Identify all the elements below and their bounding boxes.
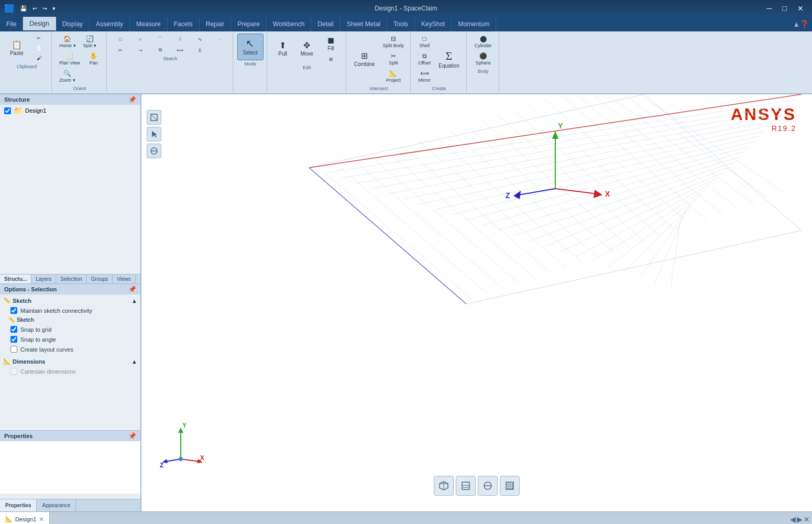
maintain-connectivity-item[interactable]: Maintain sketch connectivity xyxy=(0,305,140,315)
snap-to-grid-checkbox[interactable] xyxy=(10,326,17,333)
display-mode-btn[interactable] xyxy=(434,476,454,496)
sketch-point-btn[interactable]: · xyxy=(211,35,229,44)
render-mode-btn[interactable] xyxy=(456,476,476,496)
dimensions-section-header[interactable]: 📐 Dimensions ▲ xyxy=(0,356,140,366)
split-body-btn[interactable]: ⊟ Split Body xyxy=(380,34,408,50)
menu-sheetmetal[interactable]: Sheet Metal xyxy=(341,17,387,31)
vp-select-btn[interactable] xyxy=(147,127,161,141)
structure-pin-icon[interactable]: 📌 xyxy=(128,96,136,103)
menu-display[interactable]: Display xyxy=(56,17,90,31)
tab-views[interactable]: Views xyxy=(113,275,136,283)
minimize-btn[interactable]: ─ xyxy=(763,3,776,14)
offset-icon: ⧉ xyxy=(422,53,427,59)
snap-to-angle-checkbox[interactable] xyxy=(10,336,17,343)
create-layout-curves-item[interactable]: Create layout curves xyxy=(0,344,140,354)
sketch-circle-btn[interactable]: ○ xyxy=(131,35,150,44)
shell-btn[interactable]: □ Shell xyxy=(415,34,434,50)
sketch-arc-btn[interactable]: ⌒ xyxy=(151,34,170,45)
spin-btn[interactable]: 🔄 Spin ▾ xyxy=(80,34,100,50)
format-btn[interactable]: 🖌 xyxy=(29,53,48,63)
redo-btn[interactable]: ↪ xyxy=(40,4,49,13)
fill-btn[interactable]: ◼ Fill xyxy=(320,34,343,54)
sketch-offset-btn[interactable]: ⧉ xyxy=(151,45,170,55)
split-btn[interactable]: ✂ Split xyxy=(380,51,408,68)
svg-line-65 xyxy=(181,459,200,462)
left-panel: Structure 📌 📁 Design1 Structu... Layers … xyxy=(0,94,141,511)
options-pin-icon[interactable]: 📌 xyxy=(128,286,136,293)
menu-keyshot[interactable]: KeyShot xyxy=(415,17,452,31)
cartesian-dimensions-label: Cartesian dimensions xyxy=(20,368,76,375)
sketch-trim-btn[interactable]: ✂ xyxy=(111,46,130,55)
save-quick-btn[interactable]: 💾 xyxy=(18,4,29,13)
combine-btn[interactable]: ⊞ Combine xyxy=(350,49,379,70)
viewport-canvas[interactable]: ANSYS R19.2 xyxy=(141,94,812,511)
structure-item-design1[interactable]: 📁 Design1 xyxy=(0,105,140,116)
pull-btn[interactable]: ⬆ Pull xyxy=(271,39,294,59)
dropdown-btn[interactable]: ▾ xyxy=(50,4,58,13)
cut-btn[interactable]: ✂ xyxy=(29,34,48,43)
properties-pin-icon[interactable]: 📌 xyxy=(128,432,136,440)
pan-btn[interactable]: ✋ Pan xyxy=(84,51,103,68)
vp-orient-btn[interactable] xyxy=(147,110,161,125)
sketch-line-btn[interactable]: / xyxy=(171,35,190,44)
sketch-extend-btn[interactable]: ⇢ xyxy=(131,46,150,55)
tab-groups[interactable]: Groups xyxy=(87,275,113,283)
undo-btn[interactable]: ↩ xyxy=(30,4,39,13)
project-btn[interactable]: 📐 Project xyxy=(380,68,408,85)
create-layout-curves-checkbox[interactable] xyxy=(10,346,17,353)
close-btn[interactable]: ✕ xyxy=(793,3,808,14)
doc-tab-close-btn[interactable]: ✕ xyxy=(39,516,44,523)
appearance-tab[interactable]: Appearance xyxy=(37,499,76,511)
sketch-section-header[interactable]: 📏 Sketch ▲ xyxy=(0,296,140,305)
sketch-rect-btn[interactable]: □ xyxy=(111,35,130,44)
zoom-btn[interactable]: 🔍 Zoom ▾ xyxy=(56,68,79,85)
doc-nav-close[interactable]: ✕ xyxy=(804,515,810,523)
menu-assembly[interactable]: Assembly xyxy=(90,17,130,31)
help-btn[interactable]: ❓ xyxy=(800,20,809,28)
sketch-sub-header[interactable]: 📏 Sketch xyxy=(0,315,140,324)
cartesian-dimensions-item[interactable]: Cartesian dimensions xyxy=(0,366,140,376)
tab-structure[interactable]: Structu... xyxy=(0,275,31,283)
paste-btn[interactable]: 📋 Paste xyxy=(5,38,28,59)
maintain-connectivity-checkbox[interactable] xyxy=(10,307,17,314)
menu-repair[interactable]: Repair xyxy=(200,17,231,31)
menu-workbench[interactable]: Workbench xyxy=(267,17,311,31)
ribbon-collapse-btn[interactable]: ▲ xyxy=(793,20,800,28)
plan-view-btn[interactable]: ⬜ Plan View xyxy=(56,51,83,68)
mirror-btn[interactable]: ⟺ Mirror xyxy=(415,68,434,85)
properties-tab[interactable]: Properties xyxy=(0,499,37,511)
snap-to-grid-item[interactable]: Snap to grid xyxy=(0,324,140,334)
tab-layers[interactable]: Layers xyxy=(31,275,56,283)
snap-to-angle-item[interactable]: Snap to angle xyxy=(0,334,140,344)
menu-tools[interactable]: Tools xyxy=(387,17,415,31)
sketch-collapse-icon: ▲ xyxy=(131,298,137,304)
grid-toggle-btn[interactable] xyxy=(500,476,520,496)
menu-measure[interactable]: Measure xyxy=(130,17,168,31)
sketch-spline-btn[interactable]: ∿ xyxy=(191,35,210,44)
menu-prepare[interactable]: Prepare xyxy=(231,17,267,31)
vp-section-btn[interactable] xyxy=(147,144,161,158)
equation-btn[interactable]: Σ Equation xyxy=(435,48,463,71)
sphere-btn[interactable]: ⚫ Sphere xyxy=(471,51,495,68)
edit-extra-btn[interactable]: ⊞ xyxy=(320,54,343,64)
offset-btn[interactable]: ⧉ Offset xyxy=(415,51,434,68)
menu-file[interactable]: File xyxy=(0,17,23,31)
section-view-btn[interactable] xyxy=(478,476,498,496)
select-btn[interactable]: ↖ Select xyxy=(237,34,264,60)
menu-facets[interactable]: Facets xyxy=(168,17,200,31)
maximize-btn[interactable]: □ xyxy=(778,3,791,14)
move-btn[interactable]: ✥ Move xyxy=(295,39,319,59)
cylinder-btn[interactable]: ⬤ Cylinder xyxy=(471,34,495,50)
home-btn[interactable]: 🏠 Home ▾ xyxy=(56,34,79,50)
tab-selection[interactable]: Selection xyxy=(56,275,86,283)
sketch-mirror-btn[interactable]: ⟺ xyxy=(171,46,190,55)
doc-nav-prev[interactable]: ◀ xyxy=(790,515,796,523)
copy-btn[interactable]: 📄 xyxy=(29,43,48,53)
menu-momentum[interactable]: Momentum xyxy=(452,17,496,31)
menu-detail[interactable]: Detail xyxy=(311,17,341,31)
menu-design[interactable]: Design xyxy=(23,17,56,31)
sketch-sum-btn[interactable]: Σ xyxy=(191,46,210,55)
design1-checkbox[interactable] xyxy=(4,107,11,114)
doc-nav-next[interactable]: ▶ xyxy=(797,515,803,523)
doc-tab-design1[interactable]: 📐 Design1 ✕ xyxy=(0,512,50,524)
